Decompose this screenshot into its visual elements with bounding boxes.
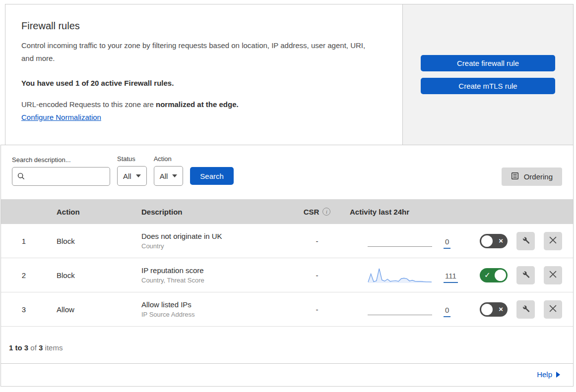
pagination-summary: 1 to 3 of 3 items: [1, 327, 573, 364]
rule-controls: ✓ ×: [461, 266, 573, 284]
column-header-description: Description: [131, 208, 292, 216]
ordering-button-label: Ordering: [524, 172, 553, 181]
rule-fields: Country: [141, 242, 292, 250]
rule-description: IP reputation score: [141, 266, 292, 275]
close-icon: [549, 271, 557, 280]
search-box: [12, 167, 110, 186]
activity-count-link[interactable]: 0: [444, 306, 450, 317]
rules-list-card: Search description... Status All Action: [0, 145, 574, 387]
action-filter-label: Action: [154, 155, 184, 163]
rule-enabled-toggle[interactable]: ✓ ×: [480, 302, 508, 317]
column-header-action: Action: [47, 208, 131, 216]
filter-bar: Search description... Status All Action: [1, 145, 573, 199]
status-filter-label: Status: [117, 155, 147, 163]
rule-description: Allow listed IPs: [141, 300, 292, 309]
search-group: Search description...: [12, 156, 110, 186]
create-mtls-rule-button[interactable]: Create mTLS rule: [421, 78, 555, 94]
table-header-row: Action Description CSR i Activity last 2…: [1, 199, 573, 224]
rule-description-cell: Allow listed IPs IP Source Address: [131, 300, 292, 318]
normalization-note: URL-encoded Requests to this zone are no…: [21, 100, 386, 121]
rule-controls: ✓ ×: [461, 232, 573, 250]
arrow-right-icon: [556, 372, 560, 378]
activity-sparkline-chart: [368, 266, 432, 284]
x-icon: ×: [499, 305, 503, 313]
search-label: Search description...: [12, 156, 110, 164]
rule-priority: 2: [1, 271, 47, 280]
rule-description-cell: IP reputation score Country, Threat Scor…: [131, 266, 292, 284]
activity-count-link[interactable]: 111: [444, 272, 458, 283]
activity-sparkline-flat: [368, 235, 432, 247]
ordering-button[interactable]: Ordering: [502, 168, 562, 186]
toggle-knob: [481, 235, 493, 247]
close-icon: [549, 236, 557, 245]
page-title: Firewall rules: [21, 20, 386, 32]
close-icon: [549, 305, 557, 314]
rule-csr-value: -: [292, 271, 342, 280]
rule-action: Block: [47, 237, 131, 245]
rule-description: Does not originate in UK: [141, 232, 292, 240]
edit-rule-button[interactable]: [516, 232, 535, 250]
column-header-csr: CSR i: [292, 208, 342, 216]
rule-action: Allow: [47, 305, 131, 314]
rule-controls: ✓ ×: [461, 300, 573, 319]
rule-csr-value: -: [292, 305, 342, 314]
activity-sparkline-flat: [368, 303, 432, 315]
toggle-knob: [481, 304, 493, 315]
rule-activity-cell: 0: [342, 303, 461, 315]
wrench-icon: [521, 304, 530, 314]
delete-rule-button[interactable]: [544, 232, 562, 250]
table-row: 2 Block IP reputation score Country, Thr…: [1, 258, 573, 292]
rule-action: Block: [47, 271, 131, 280]
ordering-list-icon: [511, 172, 519, 181]
status-filter-group: Status All: [117, 155, 147, 186]
action-filter-select[interactable]: All: [154, 166, 184, 186]
help-row: Help: [1, 364, 573, 386]
rule-fields: IP Source Address: [141, 311, 292, 318]
rule-fields: Country, Threat Score: [141, 277, 292, 284]
edit-rule-button[interactable]: [516, 300, 535, 319]
rule-priority: 1: [1, 237, 47, 245]
rule-enabled-toggle[interactable]: ✓ ×: [480, 234, 508, 248]
intro-box: Firewall rules Control incoming traffic …: [5, 4, 403, 145]
page-description: Control incoming traffic to your zone by…: [21, 39, 379, 65]
check-icon: ✓: [484, 271, 491, 279]
items-total: 3: [39, 343, 43, 352]
x-icon: ×: [499, 237, 503, 244]
create-firewall-rule-button[interactable]: Create firewall rule: [421, 55, 555, 71]
normalization-bold-text: normalized at the edge.: [156, 100, 239, 109]
rule-description-cell: Does not originate in UK Country: [131, 232, 292, 250]
help-link[interactable]: Help: [537, 370, 560, 379]
column-header-activity: Activity last 24hr: [342, 208, 461, 216]
chevron-down-icon: [172, 174, 177, 177]
edit-rule-button[interactable]: [516, 266, 535, 284]
activity-count-link[interactable]: 0: [444, 237, 450, 249]
actions-side-panel: Create firewall rule Create mTLS rule: [403, 4, 574, 145]
csr-header-label: CSR: [304, 208, 320, 216]
table-row: 3 Allow Allow listed IPs IP Source Addre…: [1, 292, 573, 327]
wrench-icon: [521, 270, 530, 280]
firewall-rules-page: Firewall rules Control incoming traffic …: [0, 4, 576, 392]
search-input[interactable]: [12, 167, 110, 186]
table-row: 1 Block Does not originate in UK Country…: [1, 224, 573, 258]
rule-csr-value: -: [292, 237, 342, 245]
delete-rule-button[interactable]: [544, 300, 562, 319]
wrench-icon: [521, 236, 530, 246]
action-selected-value: All: [160, 172, 168, 180]
normalization-text: URL-encoded Requests to this zone are: [21, 100, 156, 109]
status-filter-select[interactable]: All: [117, 166, 147, 186]
rule-priority: 3: [1, 305, 47, 314]
usage-note: You have used 1 of 20 active Firewall ru…: [21, 79, 386, 87]
delete-rule-button[interactable]: [544, 266, 562, 284]
rule-activity-cell: 0: [342, 235, 461, 247]
help-link-label: Help: [537, 370, 552, 379]
configure-normalization-link[interactable]: Configure Normalization: [21, 113, 101, 121]
rule-activity-cell: 111: [342, 266, 461, 284]
info-icon[interactable]: i: [322, 208, 330, 216]
search-button[interactable]: Search: [190, 167, 234, 185]
status-selected-value: All: [123, 172, 131, 180]
items-label: items: [45, 343, 63, 352]
items-of-text: of: [30, 343, 37, 352]
rule-enabled-toggle[interactable]: ✓ ×: [480, 268, 508, 282]
chevron-down-icon: [136, 174, 141, 177]
toggle-knob: [495, 270, 506, 281]
